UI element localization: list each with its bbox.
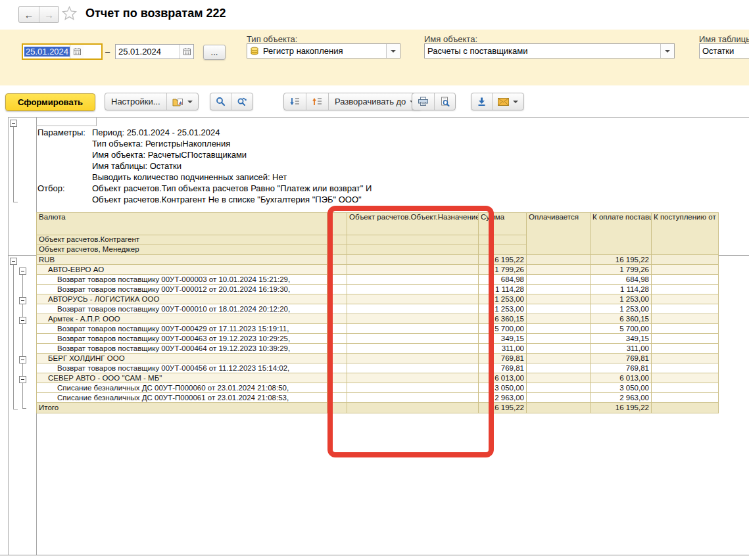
cell-label[interactable]: АВТОРУСЬ - ЛОГИСТИКА ООО bbox=[37, 294, 327, 304]
cell[interactable] bbox=[652, 255, 719, 265]
cell-label[interactable]: Армтек - А.П.Р. ООО bbox=[37, 314, 327, 324]
cell[interactable] bbox=[527, 344, 591, 354]
collapse-toggle[interactable] bbox=[10, 120, 17, 127]
cell-label[interactable]: БЕРГ ХОЛДИНГ ООО bbox=[37, 354, 327, 363]
cell-label[interactable]: Итого bbox=[37, 403, 327, 413]
cell[interactable] bbox=[652, 324, 719, 334]
dropdown-arrow-icon[interactable] bbox=[386, 44, 400, 58]
object-name-select[interactable]: Расчеты с поставщиками bbox=[424, 43, 675, 58]
cell-label[interactable]: Возврат товаров поставщику 00УТ-000010 о… bbox=[37, 304, 327, 314]
cell[interactable] bbox=[527, 324, 591, 334]
print-preview-button[interactable] bbox=[434, 93, 455, 110]
cell-label[interactable]: Списание безналичных ДС 00УТ-П000060 от … bbox=[37, 383, 327, 393]
cell[interactable] bbox=[527, 265, 591, 275]
cell[interactable] bbox=[527, 383, 591, 393]
col-header-counterparty[interactable]: Объект расчетов.Контрагент bbox=[37, 235, 327, 245]
cell-pay[interactable]: 1 114,28 bbox=[591, 285, 652, 294]
cell-label[interactable]: Возврат товаров поставщику 00УТ-000463 о… bbox=[37, 334, 327, 344]
report-variants-button[interactable] bbox=[166, 93, 198, 110]
cell[interactable] bbox=[652, 334, 719, 344]
cell[interactable] bbox=[652, 403, 719, 413]
collapse-toggle[interactable] bbox=[19, 268, 26, 275]
cell[interactable] bbox=[527, 393, 591, 403]
cell-pay[interactable]: 1 799,26 bbox=[591, 265, 652, 275]
cell-pay[interactable]: 6 360,15 bbox=[591, 314, 652, 324]
find-button[interactable] bbox=[210, 93, 231, 110]
dropdown-arrow-icon[interactable] bbox=[660, 44, 674, 58]
cell[interactable] bbox=[652, 265, 719, 275]
cell[interactable] bbox=[652, 373, 719, 383]
cell[interactable] bbox=[652, 275, 719, 285]
cell[interactable] bbox=[527, 255, 591, 265]
cell-label[interactable]: Возврат товаров поставщику 00УТ-000429 о… bbox=[37, 324, 327, 334]
calendar-icon[interactable] bbox=[180, 45, 193, 58]
cell[interactable] bbox=[527, 334, 591, 344]
cell[interactable] bbox=[527, 354, 591, 363]
cell-label[interactable]: Возврат товаров поставщику 00УТ-000456 о… bbox=[37, 363, 327, 373]
cell-pay[interactable]: 349,15 bbox=[591, 334, 652, 344]
cell-pay[interactable]: 5 700,00 bbox=[591, 324, 652, 334]
col-header-manager[interactable]: Объект расчетов, Менеджер bbox=[37, 245, 327, 255]
cell[interactable] bbox=[652, 285, 719, 294]
cell-label[interactable]: Возврат товаров поставщику 00УТ-000003 о… bbox=[37, 275, 327, 285]
col-header-to-pay[interactable]: К оплате поставщику bbox=[591, 213, 652, 255]
cell[interactable] bbox=[652, 393, 719, 403]
expand-to-button[interactable]: Разворачивать до bbox=[328, 93, 421, 110]
object-type-select[interactable]: Регистр накопления bbox=[247, 43, 400, 58]
cell-pay[interactable]: 16 195,22 bbox=[591, 403, 652, 413]
back-button[interactable]: ← bbox=[19, 7, 39, 22]
cell-label[interactable]: Возврат товаров поставщику 00УТ-000464 о… bbox=[37, 344, 327, 354]
cell-pay[interactable]: 6 013,00 bbox=[591, 373, 652, 383]
cell[interactable] bbox=[652, 304, 719, 314]
cell[interactable] bbox=[527, 403, 591, 413]
cell[interactable] bbox=[527, 363, 591, 373]
collapse-toggle[interactable] bbox=[19, 376, 26, 383]
cell[interactable] bbox=[527, 373, 591, 383]
cell-pay[interactable]: 1 253,00 bbox=[591, 294, 652, 304]
cell[interactable] bbox=[527, 285, 591, 294]
col-header-to-receive[interactable]: К поступлению от поставщика bbox=[652, 213, 719, 255]
settings-button[interactable]: Настройки... bbox=[105, 93, 166, 110]
calendar-icon[interactable] bbox=[70, 45, 84, 58]
cell[interactable] bbox=[652, 344, 719, 354]
period-from-input[interactable]: 25.01.2024 bbox=[22, 43, 103, 60]
cell-label[interactable]: RUB bbox=[37, 255, 327, 265]
cell[interactable] bbox=[652, 363, 719, 373]
generate-button[interactable]: Сформировать bbox=[5, 93, 95, 111]
favorite-star-button[interactable] bbox=[62, 6, 77, 23]
expand-groups-button[interactable] bbox=[306, 93, 328, 110]
cell[interactable] bbox=[652, 354, 719, 363]
save-button[interactable] bbox=[471, 93, 492, 110]
cell[interactable] bbox=[652, 383, 719, 393]
period-to-input[interactable]: 25.01.2024 bbox=[115, 44, 194, 59]
cell-pay[interactable]: 311,00 bbox=[591, 344, 652, 354]
cell[interactable] bbox=[527, 275, 591, 285]
print-button[interactable] bbox=[412, 93, 434, 110]
find-next-button[interactable] bbox=[231, 93, 253, 110]
cell-label[interactable]: СЕВЕР АВТО - ООО "САМ - МБ" bbox=[37, 373, 327, 383]
cell-pay[interactable]: 16 195,22 bbox=[591, 255, 652, 265]
forward-button[interactable]: → bbox=[39, 7, 59, 22]
cell-pay[interactable]: 3 050,00 bbox=[591, 383, 652, 393]
cell-pay[interactable]: 684,98 bbox=[591, 275, 652, 285]
collapse-toggle[interactable] bbox=[19, 297, 26, 304]
cell[interactable] bbox=[527, 294, 591, 304]
cell[interactable] bbox=[527, 304, 591, 314]
table-name-input[interactable]: Остатки bbox=[699, 43, 749, 58]
cell-pay[interactable]: 1 253,00 bbox=[591, 304, 652, 314]
cell-pay[interactable]: 769,81 bbox=[591, 354, 652, 363]
collapse-toggle[interactable] bbox=[10, 258, 17, 265]
cell[interactable] bbox=[652, 294, 719, 304]
cell-pay[interactable]: 2 963,00 bbox=[591, 393, 652, 403]
cell-label[interactable]: Списание безналичных ДС 00УТ-П000061 от … bbox=[37, 393, 327, 403]
collapse-toggle[interactable] bbox=[19, 317, 26, 324]
cell[interactable] bbox=[527, 314, 591, 324]
cell[interactable] bbox=[652, 314, 719, 324]
send-email-button[interactable] bbox=[492, 93, 523, 110]
col-header-paid[interactable]: Оплачивается bbox=[527, 213, 591, 255]
cell-pay[interactable]: 769,81 bbox=[591, 363, 652, 373]
collapse-groups-button[interactable] bbox=[284, 93, 306, 110]
cell-label[interactable]: АВТО-ЕВРО АО bbox=[37, 265, 327, 275]
col-header-currency[interactable]: Валюта bbox=[37, 213, 327, 235]
cell-label[interactable]: Возврат товаров поставщику 00УТ-000012 о… bbox=[37, 285, 327, 294]
